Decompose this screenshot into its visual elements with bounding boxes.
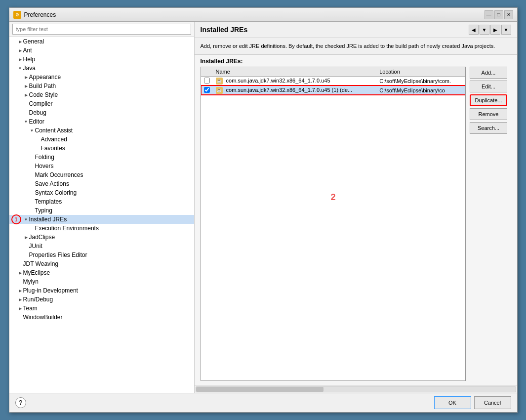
sidebar-item-myeclipse[interactable]: ▶ MyEclipse — [9, 268, 194, 277]
row-name-cell: ☕ com.sun.java.jdk7.win32.x86_64_1.7.0.u… — [213, 76, 377, 85]
chevron-right-icon: ▶ — [17, 39, 23, 44]
spacer-icon — [29, 163, 35, 169]
sidebar-item-label: Hovers — [35, 163, 54, 169]
bottom-bar: ? OK Cancel — [9, 393, 517, 412]
right-panel: Installed JREs ◀ ▼ ▶ ▼ Add, remove or ed… — [195, 22, 517, 393]
sidebar-item-saveactions[interactable]: Save Actions — [9, 179, 194, 188]
spacer-icon — [17, 314, 23, 320]
sidebar-item-codestyle[interactable]: ▶ Code Style — [9, 90, 194, 99]
sidebar-item-plugindevelopment[interactable]: ▶ Plug-in Development — [9, 286, 194, 295]
sidebar-item-execenvs[interactable]: Execution Environments — [9, 224, 194, 233]
table-row[interactable]: ☕ com.sun.java.jdk7.win32.x86_64_1.7.0.u… — [201, 85, 466, 95]
panel-header: Installed JREs ◀ ▼ ▶ ▼ — [195, 22, 517, 38]
sidebar-item-label: Favorites — [41, 145, 65, 152]
chevron-right-icon: ▶ — [17, 56, 23, 62]
title-bar-controls: — □ ✕ — [485, 10, 513, 19]
duplicate-button[interactable]: Duplicate... — [470, 94, 507, 106]
sidebar-item-buildpath[interactable]: ▶ Build Path — [9, 82, 194, 90]
jre-table: Name Location ☕ com.su — [201, 67, 466, 95]
sidebar-item-typing[interactable]: Typing — [9, 206, 194, 215]
sidebar-item-label: JDT Weaving — [23, 260, 59, 267]
sidebar-item-ant[interactable]: ▶ Ant — [9, 46, 194, 55]
edit-button[interactable]: Edit... — [470, 81, 507, 92]
sidebar-item-rundebug[interactable]: ▶ Run/Debug — [9, 295, 194, 304]
sidebar-item-java[interactable]: ▼ Java — [9, 64, 194, 73]
cancel-button[interactable]: Cancel — [474, 396, 511, 409]
jre-checkbox[interactable] — [204, 78, 210, 84]
spacer-icon — [35, 145, 41, 151]
sidebar-item-label: Team — [23, 305, 38, 312]
sidebar-item-label: Mark Occurrences — [35, 171, 83, 178]
spacer-icon — [29, 172, 35, 178]
sidebar-item-editor[interactable]: ▼ Editor — [9, 117, 194, 126]
jre-table-container: Name Location ☕ com.su — [201, 67, 466, 381]
sidebar-item-label: Help — [23, 56, 36, 63]
sidebar-item-windowbuilder[interactable]: WindowBuilder — [9, 313, 194, 322]
sidebar-item-junit[interactable]: JUnit — [9, 242, 194, 251]
tree-area: ▶ General ▶ Ant ▶ Help ▼ Java — [9, 37, 194, 393]
search-button[interactable]: Search... — [470, 122, 507, 134]
sidebar-item-propertiesfileeditor[interactable]: Properties Files Editor — [9, 251, 194, 259]
description-text: Add, remove or edit JRE definitions. By … — [201, 43, 495, 49]
sidebar-item-templates[interactable]: Templates — [9, 197, 194, 206]
sidebar-item-folding[interactable]: Folding — [9, 153, 194, 162]
sidebar-item-contentassist[interactable]: ▼ Content Assist — [9, 126, 194, 135]
duplicate-btn-wrapper: Duplicate... — [470, 94, 507, 106]
chevron-down-icon: ▼ — [23, 216, 29, 222]
sidebar-item-jadclipse[interactable]: ▶ JadClipse — [9, 233, 194, 242]
jre-checkbox[interactable] — [204, 87, 210, 93]
remove-button[interactable]: Remove — [470, 108, 507, 120]
help-button[interactable]: ? — [15, 397, 26, 408]
jre-name: com.sun.java.jdk7.win32.x86_64_1.7.0.u45… — [226, 87, 353, 93]
ok-button[interactable]: OK — [434, 396, 471, 409]
sidebar-item-label: Debug — [29, 109, 46, 116]
row-location-cell: C:\soft\MyEclipse\binary\com. — [376, 76, 465, 85]
sidebar-item-debug[interactable]: Debug — [9, 108, 194, 117]
jre-list-label: Installed JREs: — [195, 55, 517, 67]
sidebar-item-appearance[interactable]: ▶ Appearance — [9, 73, 194, 82]
sidebar-item-label: Execution Environments — [35, 225, 99, 232]
back-dropdown-button[interactable]: ▼ — [480, 25, 489, 35]
sidebar-item-compiler[interactable]: Compiler — [9, 99, 194, 108]
chevron-right-icon: ▶ — [23, 74, 29, 80]
filter-box — [9, 22, 194, 37]
sidebar-item-syntaxcoloring[interactable]: Syntax Coloring — [9, 188, 194, 197]
sidebar-item-favorites[interactable]: Favorites — [9, 144, 194, 153]
maximize-button[interactable]: □ — [494, 10, 503, 19]
back-button[interactable]: ◀ — [469, 25, 479, 35]
sidebar-item-markoccurrences[interactable]: Mark Occurrences — [9, 170, 194, 179]
sidebar-item-label: Run/Debug — [23, 296, 53, 303]
sidebar-item-hovers[interactable]: Hovers — [9, 162, 194, 170]
sidebar-item-label: Advanced — [41, 136, 67, 143]
sidebar-item-jdtweaving[interactable]: JDT Weaving — [9, 259, 194, 268]
close-button[interactable]: ✕ — [504, 10, 513, 19]
search-input[interactable] — [12, 24, 191, 35]
jre-icon: ☕ — [216, 78, 223, 84]
forward-button[interactable]: ▶ — [490, 25, 500, 35]
sidebar-item-mylyn[interactable]: Mylyn — [9, 277, 194, 286]
horizontal-scrollbar[interactable] — [196, 386, 516, 392]
preferences-dialog: ⚙ Preferences — □ ✕ ▶ General ▶ — [9, 7, 518, 413]
chevron-down-icon: ▼ — [29, 127, 35, 133]
sidebar-item-advanced[interactable]: Advanced — [9, 135, 194, 144]
row-name-cell: ☕ com.sun.java.jdk7.win32.x86_64_1.7.0.u… — [213, 85, 377, 95]
sidebar-item-team[interactable]: ▶ Team — [9, 304, 194, 313]
sidebar-item-label: Save Actions — [35, 180, 69, 187]
sidebar-item-label: Java — [23, 65, 36, 72]
annotation-circle-1: 1 — [11, 214, 21, 224]
sidebar-item-label: Ant — [23, 47, 32, 54]
minimize-button[interactable]: — — [485, 10, 493, 19]
scrollbar-thumb — [196, 387, 324, 392]
sidebar-item-installedjres[interactable]: ▼ Installed JREs 1 — [9, 215, 194, 224]
sidebar-item-general[interactable]: ▶ General — [9, 37, 194, 46]
sidebar-item-help[interactable]: ▶ Help — [9, 55, 194, 64]
panel-title: Installed JREs — [201, 26, 248, 34]
dialog-body: ▶ General ▶ Ant ▶ Help ▼ Java — [9, 22, 517, 393]
add-button[interactable]: Add... — [470, 67, 507, 79]
forward-dropdown-button[interactable]: ▼ — [501, 25, 511, 35]
table-row[interactable]: ☕ com.sun.java.jdk7.win32.x86_64_1.7.0.u… — [201, 76, 466, 85]
sidebar-item-label: Code Style — [29, 91, 58, 98]
sidebar-item-label: MyEclipse — [23, 269, 50, 276]
sidebar-item-label: Folding — [35, 154, 54, 161]
spacer-icon — [23, 101, 29, 107]
